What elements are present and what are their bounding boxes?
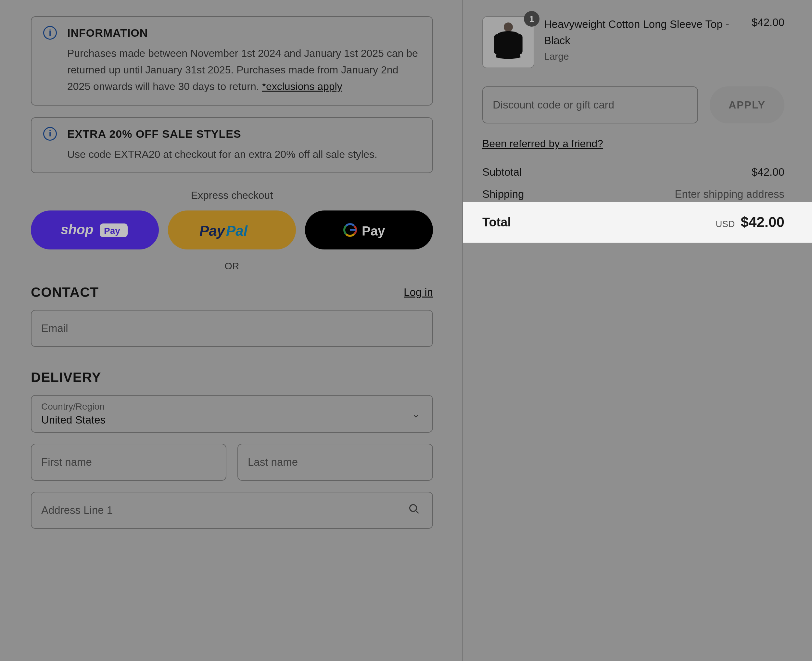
svg-line-12 — [416, 510, 419, 513]
country-value: United States — [41, 414, 105, 426]
svg-rect-15 — [494, 34, 500, 54]
total-label: Total — [482, 216, 511, 229]
gpay-logo-icon: Pay — [343, 221, 395, 239]
shipping-label: Shipping — [482, 188, 524, 200]
info-icon: i — [43, 26, 57, 40]
cart-item: 1 Heavyweight Cotton Long Sleeve Top - B… — [482, 16, 784, 68]
svg-rect-9 — [350, 229, 356, 231]
quantity-badge: 1 — [524, 11, 539, 27]
subtotal-row: Subtotal $42.00 — [482, 166, 784, 178]
subtotal-label: Subtotal — [482, 166, 522, 178]
shipping-value: Enter shipping address — [675, 188, 784, 200]
item-price: $42.00 — [751, 16, 784, 29]
express-checkout-label: Express checkout — [31, 189, 433, 201]
delivery-heading: DELIVERY — [31, 370, 101, 385]
info-body: Purchases made between November 1st 2024… — [67, 45, 421, 95]
divider-or: OR — [31, 260, 433, 271]
info-title: INFORMATION — [67, 27, 421, 39]
svg-text:Pay: Pay — [104, 226, 120, 236]
first-name-field[interactable]: First name — [31, 444, 227, 481]
country-label: Country/Region — [41, 401, 423, 412]
svg-point-11 — [410, 505, 417, 511]
total-value: $42.00 — [740, 214, 784, 230]
discount-placeholder: Discount code or gift card — [493, 99, 614, 111]
login-link[interactable]: Log in — [404, 286, 433, 299]
paypal-button[interactable]: Pay Pal — [168, 211, 296, 249]
last-name-field[interactable]: Last name — [238, 444, 433, 481]
paypal-logo-icon: Pay Pal — [199, 221, 265, 239]
apply-button[interactable]: APPLY — [710, 86, 784, 123]
contact-heading: CONTACT — [31, 284, 99, 300]
promo-body: Use code EXTRA20 at checkout for an extr… — [67, 146, 377, 163]
referral-link[interactable]: Been referred by a friend? — [482, 138, 603, 150]
svg-point-14 — [504, 22, 513, 32]
total-row: Total USD $42.00 — [463, 202, 812, 243]
svg-text:Pal: Pal — [226, 222, 248, 238]
email-placeholder: Email — [41, 322, 68, 334]
svg-text:shop: shop — [61, 222, 93, 237]
shipping-row: Shipping Enter shipping address — [482, 188, 784, 200]
svg-text:Pay: Pay — [362, 224, 385, 238]
last-name-placeholder: Last name — [248, 456, 298, 468]
email-field[interactable]: Email — [31, 310, 433, 347]
country-select[interactable]: Country/Region United States ⌄ — [31, 395, 433, 433]
info-box-promo: i EXTRA 20% OFF SALE STYLES Use code EXT… — [31, 117, 433, 173]
svg-rect-16 — [517, 34, 523, 54]
info-body-text: Purchases made between November 1st 2024… — [67, 48, 418, 92]
shop-pay-button[interactable]: shop Pay — [31, 211, 159, 249]
info-box-returns: i INFORMATION Purchases made between Nov… — [31, 16, 433, 105]
svg-text:Pay: Pay — [199, 222, 226, 238]
info-icon: i — [43, 127, 57, 141]
or-text: OR — [225, 260, 239, 271]
item-name: Heavyweight Cotton Long Sleeve Top - Bla… — [544, 16, 742, 48]
search-icon — [408, 503, 420, 517]
first-name-placeholder: First name — [41, 456, 92, 468]
exclusions-link[interactable]: *exclusions apply — [262, 81, 342, 92]
subtotal-value: $42.00 — [751, 166, 784, 178]
google-pay-button[interactable]: Pay — [305, 211, 433, 249]
currency-label: USD — [716, 219, 735, 229]
promo-title: EXTRA 20% OFF SALE STYLES — [67, 128, 377, 141]
address1-placeholder: Address Line 1 — [41, 504, 113, 516]
address1-field[interactable]: Address Line 1 — [31, 492, 433, 529]
shop-pay-logo-icon: shop Pay — [61, 221, 129, 239]
discount-input[interactable]: Discount code or gift card — [482, 86, 698, 123]
item-variant: Large — [544, 51, 742, 62]
chevron-down-icon: ⌄ — [412, 408, 420, 419]
